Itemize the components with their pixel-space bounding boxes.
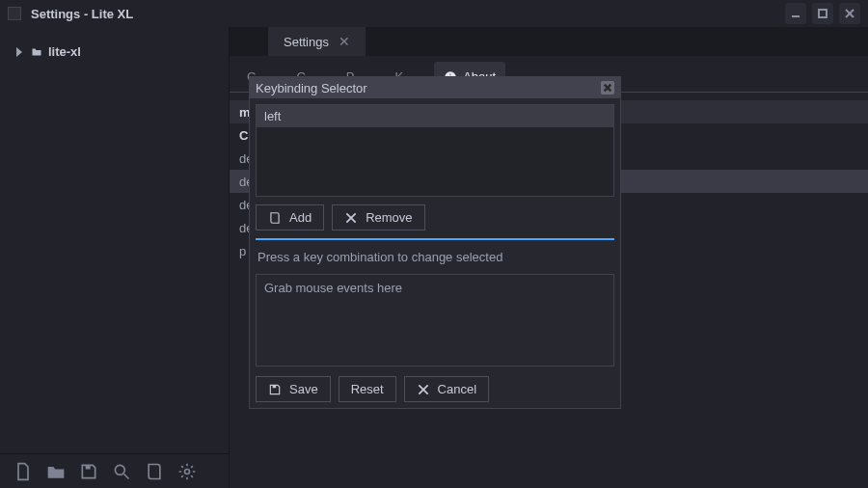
bottom-toolbar [0, 453, 229, 488]
tree-root-item[interactable]: lite-xl [8, 41, 221, 63]
save-icon [268, 383, 282, 396]
dialog-close-button[interactable] [601, 81, 614, 95]
svg-point-5 [115, 465, 124, 474]
book-icon[interactable] [145, 462, 164, 481]
remove-button[interactable]: Remove [332, 204, 424, 230]
svg-point-7 [185, 469, 190, 474]
save-icon[interactable] [79, 462, 98, 481]
grab-placeholder: Grab mouse events here [264, 281, 402, 295]
svg-point-10 [449, 73, 450, 74]
svg-rect-1 [819, 10, 827, 17]
folder-icon [31, 46, 42, 58]
cancel-button[interactable]: Cancel [404, 376, 489, 402]
open-folder-icon[interactable] [46, 462, 66, 481]
svg-rect-4 [86, 465, 91, 469]
app-icon [8, 7, 21, 20]
close-tab-icon[interactable]: ✕ [339, 34, 350, 49]
gear-icon[interactable] [177, 462, 197, 481]
bindings-listbox[interactable]: left [256, 104, 614, 197]
book-icon [268, 211, 282, 225]
mouse-grab-area[interactable]: Grab mouse events here [256, 274, 614, 366]
titlebar: Settings - Lite XL [0, 0, 868, 27]
reset-button[interactable]: Reset [339, 376, 396, 402]
x-icon [344, 211, 358, 225]
maximize-icon[interactable] [812, 3, 833, 24]
window-title: Settings - Lite XL [31, 7, 133, 21]
list-item[interactable]: left [257, 105, 613, 127]
editor-tab-settings[interactable]: Settings ✕ [268, 27, 366, 56]
dialog-titlebar[interactable]: Keybinding Selector [250, 77, 620, 98]
close-window-icon[interactable] [839, 3, 860, 24]
add-button[interactable]: Add [256, 204, 324, 230]
file-tree: lite-xl [0, 35, 229, 453]
keybinding-selector-dialog: Keybinding Selector left Add Remove Pres… [249, 76, 621, 409]
dialog-title: Keybinding Selector [256, 81, 367, 95]
chevron-right-icon [14, 46, 25, 58]
svg-rect-15 [273, 385, 277, 388]
search-icon[interactable] [112, 462, 131, 481]
editor-tab-label: Settings [284, 35, 329, 49]
tree-root-label: lite-xl [48, 44, 81, 59]
editor-tabbar: Settings ✕ [230, 27, 868, 56]
hint-text: Press a key combination to change select… [256, 240, 614, 274]
x-icon [417, 383, 430, 396]
save-button[interactable]: Save [256, 376, 331, 402]
minimize-icon[interactable] [785, 3, 806, 24]
svg-line-6 [124, 474, 129, 478]
new-file-icon[interactable] [14, 462, 33, 481]
sidebar: lite-xl [0, 27, 230, 488]
